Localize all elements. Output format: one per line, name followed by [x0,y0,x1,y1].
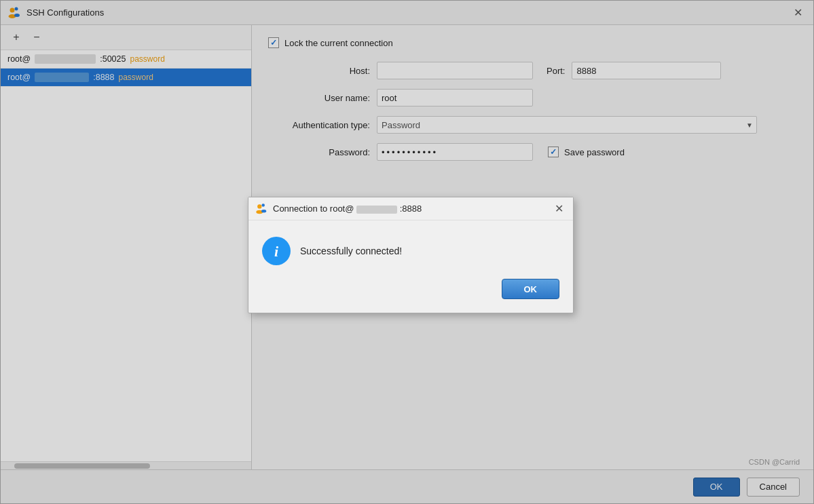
conn-host-masked [35,54,96,64]
modal-title-bar: Connection to root@ :8888 ✕ [248,197,573,220]
toolbar: + − [1,25,251,50]
conn-auth: password [119,73,153,82]
svg-point-1 [15,7,18,10]
port-input[interactable] [572,62,721,79]
svg-point-5 [261,203,265,207]
svg-point-3 [14,14,20,17]
svg-point-4 [257,204,261,208]
add-connection-button[interactable]: + [7,29,25,45]
window-footer: OK Cancel [1,469,813,503]
scrollbar-thumb[interactable] [14,463,150,469]
host-input[interactable] [377,62,533,79]
modal-title-left: Connection to root@ :8888 [255,203,422,215]
app-icon [7,6,21,20]
username-input[interactable] [377,89,533,106]
ok-button[interactable]: OK [693,478,740,497]
lock-connection-checkbox[interactable] [268,37,279,48]
conn-host-masked [35,73,89,82]
save-password-label: Save password [564,147,625,157]
title-bar: SSH Configurations ✕ [1,1,813,25]
port-label: Port: [547,66,565,76]
connection-list: root@ :50025 password root@ :8888 passwo… [1,50,251,461]
window-close-button[interactable]: ✕ [790,6,807,20]
modal-title-text: Connection to root@ :8888 [273,203,422,214]
modal-footer: OK [262,276,559,299]
modal-message-row: i Successfully connected! [262,237,559,265]
username-row: User name: [268,89,797,106]
connection-item[interactable]: root@ :50025 password [1,50,251,69]
info-icon: i [262,237,291,265]
modal-ok-button[interactable]: OK [502,279,560,299]
password-row: Password: Save password [268,143,797,161]
password-label: Password: [268,147,370,157]
modal-body: i Successfully connected! OK [248,220,573,313]
connection-item[interactable]: root@ :8888 password [1,69,251,87]
remove-connection-button[interactable]: − [28,29,45,45]
auth-label: Authentication type: [268,120,370,130]
lock-connection-row: Lock the current connection [268,37,797,48]
left-panel: + − root@ :50025 password root@ :8888 pa… [1,25,252,469]
save-password-wrapper: Save password [548,147,625,157]
cancel-button[interactable]: Cancel [747,478,800,497]
conn-user: root@ [7,54,31,64]
modal-app-icon [255,203,267,215]
footer-note: CSDN @Carrid [749,458,800,466]
save-password-checkbox[interactable] [548,147,559,157]
host-label: Host: [268,66,370,76]
conn-auth: password [130,54,164,64]
modal-message: Successfully connected! [300,246,402,256]
conn-user: root@ [7,73,31,82]
auth-type-row: Authentication type: Password Key Agent … [268,116,797,134]
host-row: Host: Port: [268,62,797,79]
password-input[interactable] [377,143,533,161]
auth-select[interactable]: Password Key Agent [377,116,757,134]
svg-point-7 [261,209,266,212]
svg-point-0 [10,7,15,12]
title-bar-left: SSH Configurations [7,6,104,20]
horizontal-scrollbar[interactable] [1,461,251,469]
auth-select-wrapper: Password Key Agent ▼ [377,116,757,134]
lock-connection-label: Lock the current connection [284,38,393,48]
window-title: SSH Configurations [26,7,104,18]
modal-close-button[interactable]: ✕ [552,202,566,216]
username-label: User name: [268,93,370,103]
conn-port: :8888 [93,73,114,82]
modal-dialog: Connection to root@ :8888 ✕ i Successful… [248,197,574,313]
conn-port: :50025 [100,54,126,64]
